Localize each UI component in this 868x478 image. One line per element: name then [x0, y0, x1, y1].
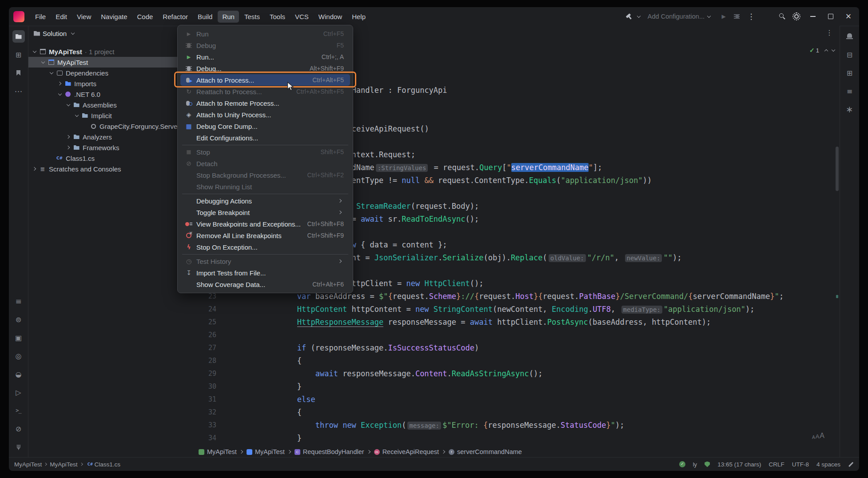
menu-item-show-coverage-data[interactable]: Show Coverage Data...Ctrl+Alt+F6 [180, 279, 350, 290]
dependencies-icon[interactable] [844, 85, 856, 97]
database-icon[interactable] [844, 48, 856, 61]
todo-icon[interactable] [12, 295, 25, 307]
menu-code[interactable]: Code [132, 11, 157, 23]
menu-item-attach-to-remote-process[interactable]: Attach to Remote Process... [180, 97, 350, 109]
close-button[interactable] [841, 10, 856, 23]
inspections-widget[interactable]: 1 [809, 46, 837, 54]
profiler-icon[interactable] [12, 350, 25, 362]
menu-item-debug-core-dump[interactable]: Debug Core Dump... [180, 120, 350, 132]
menu-item-edit-configurations[interactable]: Edit Configurations... [180, 132, 350, 143]
chevron-down-icon[interactable] [40, 59, 47, 66]
menu-item-debug[interactable]: Debug...Alt+Shift+F9 [180, 63, 350, 74]
search-icon[interactable] [776, 11, 788, 22]
tree-item-dependencies[interactable]: Dependencies [28, 68, 194, 78]
build-hammer-icon[interactable] [624, 11, 635, 22]
code-line[interactable]: 27 if (responseMessage.IsSuccessStatusCo… [194, 342, 840, 355]
breadcrumb-receiveapirequest[interactable]: ReceiveApiRequest [374, 448, 439, 455]
menu-item-stop-background-processes[interactable]: Stop Background Processes...Ctrl+Shift+F… [180, 169, 350, 181]
menu-help[interactable]: Help [347, 11, 370, 23]
menu-tests[interactable]: Tests [240, 11, 264, 23]
menu-navigate[interactable]: Navigate [96, 11, 131, 23]
scrollbar-thumb[interactable] [836, 147, 839, 191]
chevron-down-icon[interactable] [56, 91, 64, 98]
readonly-toggle-icon[interactable] [848, 462, 853, 467]
status-path-myapitest[interactable]: MyApiTest [14, 461, 42, 468]
solution-explorer-icon[interactable] [12, 30, 25, 43]
more-tools-icon[interactable] [12, 85, 25, 97]
terminal-icon[interactable] [12, 404, 25, 417]
menu-item-import-tests-from-file[interactable]: Import Tests from File... [180, 267, 350, 279]
menu-item-show-running-list[interactable]: Show Running List [180, 181, 350, 192]
minimize-button[interactable] [806, 10, 820, 23]
services-icon[interactable] [12, 386, 25, 398]
menu-file[interactable]: File [31, 11, 50, 23]
menu-vcs[interactable]: VCS [291, 11, 313, 23]
menu-run[interactable]: Run [218, 11, 239, 23]
encoding-selector[interactable]: UTF-8 [792, 461, 809, 468]
chevron-right-icon[interactable] [56, 80, 64, 87]
ai-assistant-icon[interactable] [844, 103, 856, 116]
menu-item-attach-to-unity-process[interactable]: Attach to Unity Process... [180, 109, 350, 120]
indent-selector[interactable]: 4 spaces [816, 461, 840, 468]
menu-item-detach[interactable]: Detach [180, 158, 350, 169]
coverage-icon[interactable] [12, 368, 25, 380]
code-line[interactable]: 32 { [194, 406, 840, 419]
notifications-icon[interactable] [844, 30, 856, 43]
solution-panel-header[interactable]: Solution [28, 26, 194, 41]
debug-button[interactable] [731, 11, 743, 22]
menu-item-toggle-breakpoint[interactable]: Toggle Breakpoint [180, 207, 350, 218]
status-path-myapitest[interactable]: MyApiTest [50, 461, 77, 468]
prev-problem-icon[interactable] [823, 47, 830, 54]
font-size-widget[interactable]: AAA [812, 432, 824, 440]
code-line[interactable]: 25 HttpResponseMessage responseMessage =… [194, 316, 840, 329]
code-line[interactable]: 33 throw new Exception(message:$"Error: … [194, 419, 840, 432]
breadcrumb-myapitest[interactable]: MyApiTest [199, 448, 237, 455]
tree-item-grapecity-forguncy-serverapi[interactable]: GrapeCity.Forguncy.ServerApi [28, 121, 194, 131]
tree-item-assemblies[interactable]: Assemblies [28, 100, 194, 110]
chevron-down-icon[interactable] [31, 48, 38, 55]
menu-item-view-breakpoints-and-exceptions[interactable]: View Breakpoints and Exceptions...Ctrl+S… [180, 218, 350, 230]
debugger-icon[interactable] [12, 313, 25, 326]
chevron-down-icon[interactable] [65, 101, 72, 108]
menu-tools[interactable]: Tools [265, 11, 290, 23]
editor-options-icon[interactable] [824, 28, 834, 37]
menu-item-stop-on-exception[interactable]: Stop On Exception... [180, 241, 350, 253]
menu-view[interactable]: View [72, 11, 96, 23]
line-ending-selector[interactable]: CRLF [768, 461, 784, 468]
menu-item-stop[interactable]: StopShift+F5 [180, 146, 350, 158]
caret-position[interactable]: 13:65 (17 chars) [717, 461, 761, 468]
code-line[interactable]: 31 else [194, 393, 840, 406]
structure-icon[interactable] [12, 48, 25, 61]
problems-icon[interactable] [12, 422, 25, 435]
menu-item-run[interactable]: Run...Ctrl+;, A [180, 51, 350, 63]
chevron-down-icon[interactable] [705, 13, 711, 20]
chevron-down-icon[interactable] [73, 112, 80, 119]
tree-item-scratches-and-consoles[interactable]: Scratches and Consoles [28, 163, 194, 174]
tree-item-class1-cs[interactable]: Class1.cs [28, 153, 194, 163]
run-button[interactable] [718, 11, 729, 22]
menu-item-run[interactable]: RunCtrl+F5 [180, 28, 350, 40]
chevron-right-icon[interactable] [65, 144, 72, 151]
chevron-right-icon[interactable] [65, 133, 72, 140]
tree-item-myapitest[interactable]: MyApiTest [28, 57, 194, 68]
tree-item-analyzers[interactable]: Analyzers [28, 131, 194, 142]
breadcrumb-requestbodyhandler[interactable]: RequestBodyHandler [295, 448, 364, 455]
menu-edit[interactable]: Edit [51, 11, 72, 23]
menu-item-debugging-actions[interactable]: Debugging Actions [180, 195, 350, 207]
chevron-down-icon[interactable] [635, 13, 641, 20]
menu-item-debug[interactable]: DebugF5 [180, 40, 350, 51]
menu-window[interactable]: Window [314, 11, 346, 23]
code-line[interactable]: 24 HttpContent httpContent = new StringC… [194, 303, 840, 316]
settings-gear-icon[interactable] [791, 11, 802, 22]
nuget-icon[interactable] [844, 67, 856, 79]
menu-build[interactable]: Build [193, 11, 217, 23]
run-configuration-selector[interactable]: Add Configuration... [648, 13, 705, 20]
chevron-right-icon[interactable] [31, 165, 38, 172]
unit-tests-icon[interactable] [12, 331, 25, 344]
menu-item-reattach-to-process[interactable]: Reattach to Process...Ctrl+Alt+Shift+F5 [180, 86, 350, 97]
tree-item-net-6-0[interactable]: .NET 6.0 [28, 89, 194, 100]
chevron-down-icon[interactable] [69, 30, 76, 37]
status-path-class1-cs[interactable]: Class1.cs [86, 461, 121, 468]
git-icon[interactable] [12, 441, 25, 453]
menu-item-test-history[interactable]: Test History [180, 255, 350, 267]
